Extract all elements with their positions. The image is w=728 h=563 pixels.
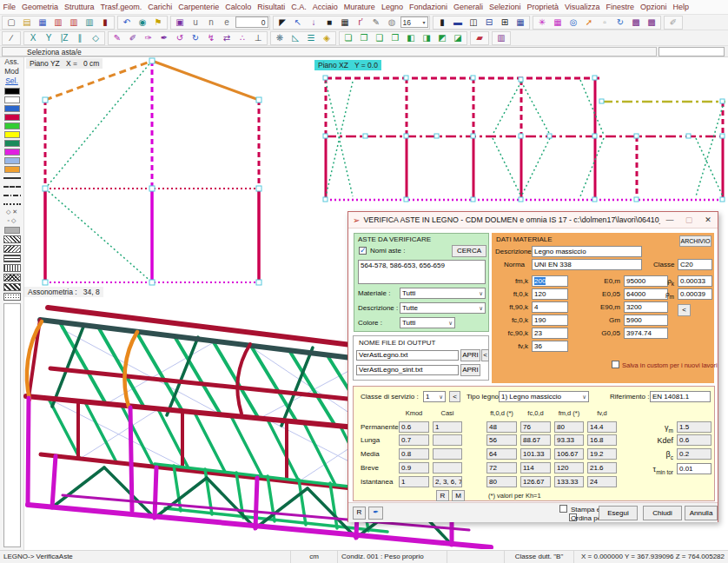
hatch-swatch-1[interactable] [3, 245, 21, 253]
globe-icon[interactable]: ◍ [385, 17, 400, 29]
chiudi-button[interactable]: Chiudi [643, 506, 682, 520]
kmod-cell[interactable]: 1 [399, 476, 429, 487]
mirror-icon[interactable]: ↻ [189, 32, 203, 44]
hatch-swatch-4[interactable] [3, 274, 21, 282]
polygon-icon[interactable]: ◺ [288, 32, 303, 44]
sidebar-glyph-row-1[interactable]: ▫ ◇ [8, 216, 17, 225]
hatch-swatch-5[interactable] [3, 283, 21, 291]
fv,k-field[interactable]: 36 [532, 341, 568, 352]
kmod-cell[interactable]: 64 [486, 448, 517, 460]
move-icon[interactable]: ✑ [142, 32, 156, 44]
color-swatch-4[interactable] [4, 123, 20, 129]
kmod-r-button[interactable]: R [436, 490, 449, 501]
solid-box2-icon[interactable]: ❐ [357, 32, 372, 44]
fm,k-field[interactable]: 200 [532, 275, 568, 287]
menu-item-trasf-geom-[interactable]: Trasf.geom. [97, 3, 145, 11]
black-triangle-icon[interactable]: ◤ [275, 17, 290, 29]
kmod-cell[interactable]: 80 [486, 476, 517, 487]
color-swatch-0[interactable] [4, 88, 20, 95]
archivio-button[interactable]: ARCHIVIO [679, 235, 711, 247]
prompt-value-box[interactable] [659, 47, 725, 56]
sidebar-tab-ass[interactable]: Ass. [4, 57, 19, 67]
kmod-cell[interactable]: 16.8 [587, 434, 617, 446]
menu-item-selezioni[interactable]: Selezioni [486, 3, 524, 11]
window-grid-icon[interactable]: ⊟ [482, 17, 497, 29]
rhombus-button[interactable]: ◇ [89, 32, 103, 44]
list-icon[interactable]: ☰ [304, 32, 319, 44]
linestyle-dashdot[interactable] [3, 191, 22, 199]
color-swatch-6[interactable] [4, 140, 20, 147]
rotate-view-icon[interactable]: ↻ [613, 17, 628, 29]
kmod-cell[interactable]: 14.4 [587, 421, 617, 433]
kmod-cell[interactable]: 133.33 [554, 476, 584, 487]
kmod-cell[interactable]: 0.8 [399, 448, 429, 460]
tipo-legno-select[interactable]: 1) Legno massiccio∨ [499, 391, 589, 402]
menu-item-visualizza[interactable]: Visualizza [562, 3, 603, 11]
font-size-select[interactable]: 16▾ [400, 17, 428, 28]
salva-custom-checkbox[interactable] [612, 361, 619, 368]
fc,90,k-field[interactable]: 23 [532, 328, 568, 339]
kmod-cell[interactable]: 93.33 [554, 434, 584, 446]
dialog-titlebar[interactable]: ➢ VERIFICA ASTE IN LEGNO - CDM DOLMEN e … [348, 212, 718, 229]
color-swatch-3[interactable] [4, 114, 20, 121]
annulla-button[interactable]: Annulla [685, 506, 718, 520]
kmod-cell[interactable]: 2, 3, 6, 7 [433, 476, 462, 487]
split-icon[interactable]: ↯ [204, 32, 219, 44]
pencil-light-icon[interactable]: ✐ [666, 17, 681, 29]
color-swatch-5[interactable] [4, 131, 20, 138]
grid-magenta-icon[interactable]: ▦ [551, 17, 566, 29]
open-folder-icon[interactable]: ▤ [20, 17, 35, 29]
descrizione-select[interactable]: Tutte∨ [400, 302, 486, 314]
menu-item-calcolo[interactable]: Calcolo [222, 3, 255, 11]
swap-icon[interactable]: ⇄ [220, 32, 235, 44]
color-swatch-9[interactable] [4, 166, 20, 173]
kmod-cell[interactable]: 21.6 [587, 462, 617, 474]
solid-box8-icon[interactable]: ◪ [451, 32, 466, 44]
new-file-icon[interactable]: ▢ [4, 17, 19, 29]
pan-arrow-icon[interactable]: ➚ [582, 17, 597, 29]
ρ-field[interactable]: 0.00039 [678, 288, 712, 300]
axis-y-button[interactable]: Y [42, 32, 56, 44]
output-expand-button[interactable]: < [481, 349, 489, 361]
window-split-h-icon[interactable]: ▬ [451, 17, 466, 29]
kmod-cell[interactable]: 76 [520, 421, 551, 433]
kmod-cell[interactable]: 114 [520, 462, 551, 474]
colore-select[interactable]: Tutti∨ [400, 317, 455, 328]
menu-item-legno[interactable]: Legno [378, 3, 406, 11]
columns-icon[interactable]: ▥ [494, 32, 509, 44]
solid-box5-icon[interactable]: ◧ [404, 32, 419, 44]
minimize-button[interactable]: — [660, 215, 679, 224]
solid-box6-icon[interactable]: ◨ [420, 32, 434, 44]
dark-grid2-icon[interactable]: ▩ [645, 17, 659, 29]
kmod-cell[interactable]: 80 [554, 421, 584, 433]
G0,05-field[interactable]: 3974.74 [624, 328, 668, 339]
kmod-m-button[interactable]: M [452, 490, 465, 501]
menu-item-finestre[interactable]: Finestre [603, 3, 638, 11]
gray-swatch[interactable] [4, 227, 20, 234]
kmod-cell[interactable]: 126.67 [520, 476, 551, 487]
aste-list-textarea[interactable]: 564-578, 586-653, 656-659 [358, 260, 486, 284]
grid-icon[interactable]: ▦ [338, 17, 353, 29]
menu-item-murature[interactable]: Murature [341, 3, 378, 11]
menu-item-propriet-[interactable]: Proprietà [524, 3, 562, 11]
kmod-cell[interactable]: 48 [486, 421, 517, 433]
filled-square-icon[interactable]: ■ [322, 17, 337, 29]
menu-item-acciaio[interactable]: Acciaio [309, 3, 341, 11]
import-archive-icon[interactable]: ▥ [51, 17, 66, 29]
axis-x-button[interactable]: X [26, 32, 41, 44]
classe-servizio-select[interactable]: 1∨ [423, 391, 446, 402]
parallel-button[interactable]: ∥ [73, 32, 88, 44]
window-single-icon[interactable]: ▮ [435, 17, 450, 29]
apri-file2-button[interactable]: APRI [460, 364, 480, 376]
paste-icon[interactable]: ▣ [173, 17, 188, 29]
ft,0,k-field[interactable]: 120 [532, 288, 568, 300]
kmod-cell[interactable] [433, 434, 462, 446]
ρ-field[interactable]: 0.00033 [678, 275, 712, 287]
kmod-cell[interactable]: 0.7 [399, 434, 429, 446]
classe-servizio-expand-button[interactable]: < [449, 391, 460, 402]
export-archive-icon[interactable]: ▥ [67, 17, 82, 29]
output-file2-field[interactable]: VerAstLegno_sint.txt [356, 365, 459, 375]
solid-box4-icon[interactable]: ❒ [388, 32, 403, 44]
maximize-button[interactable]: ▢ [679, 215, 698, 224]
solid-box3-icon[interactable]: ❑ [373, 32, 387, 44]
